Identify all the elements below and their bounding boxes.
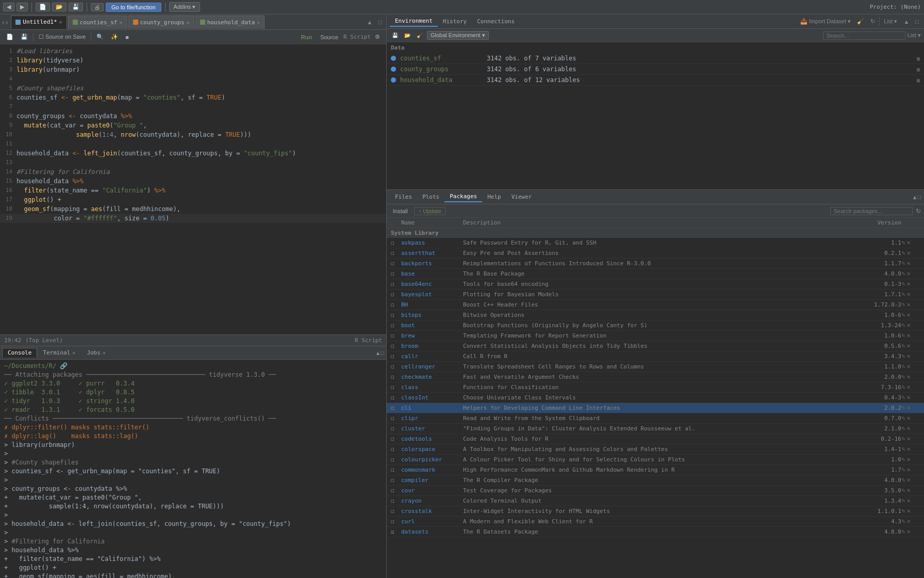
pkg-delete-compiler[interactable]: ✕	[906, 477, 911, 483]
tab-county-groups[interactable]: county_groups ✕	[128, 15, 194, 29]
plots-tab[interactable]: Plots	[417, 192, 444, 202]
pkg-delete-covr[interactable]: ✕	[906, 488, 911, 493]
data-row-counties-sf[interactable]: counties_sf 3142 obs. of 7 variables ▦	[387, 53, 924, 64]
history-tab[interactable]: History	[438, 17, 472, 26]
env-list-toggle[interactable]: List ▾	[908, 32, 921, 39]
new-file-btn[interactable]: 📄	[36, 3, 50, 11]
pkg-edit-cli[interactable]: ✎	[901, 405, 905, 411]
pkg-check-cli[interactable]: ☐	[391, 405, 401, 411]
pkg-name-colourpicker[interactable]: colourpicker	[401, 456, 463, 463]
pkg-row-base64enc[interactable]: ☐ base64enc Tools for base64 encoding 0.…	[387, 279, 924, 290]
magic-btn[interactable]: ✨	[109, 33, 120, 41]
pkg-row-brew[interactable]: ☐ brew Templating Framework for Report G…	[387, 331, 924, 341]
pkg-panel-maximize[interactable]: □	[917, 194, 921, 200]
pkg-edit-askpass[interactable]: ✎	[901, 240, 905, 246]
pkg-name-covr[interactable]: covr	[401, 487, 463, 494]
pkg-name-base[interactable]: base	[401, 270, 463, 277]
code-editor[interactable]: 1 #Load libraries 2 library(tidyverse) 3…	[0, 44, 386, 334]
pkg-row-datasets[interactable]: ☑ datasets The R Datasets Package 4.0.0 …	[387, 527, 924, 537]
pkg-panel-minimize[interactable]: ▲	[912, 194, 917, 200]
pkg-check-commonmark[interactable]: ☐	[391, 467, 401, 473]
pkg-name-boot[interactable]: boot	[401, 322, 463, 329]
new-script-btn[interactable]: 📄	[4, 33, 15, 41]
pkg-check-broom[interactable]: ☐	[391, 343, 401, 349]
pkg-delete-base[interactable]: ✕	[906, 271, 911, 277]
pkg-name-class[interactable]: class	[401, 384, 463, 391]
source-button[interactable]: Source	[317, 33, 341, 41]
pkg-edit-bh[interactable]: ✎	[901, 302, 905, 308]
pkg-row-crayon[interactable]: ☐ crayon Colored Terminal Output 1.3.4 ✎…	[387, 496, 924, 506]
right-minimize-btn[interactable]: ▲	[901, 18, 911, 26]
pkg-check-covr[interactable]: ☐	[391, 487, 401, 494]
pkg-row-codetools[interactable]: ☐ codetools Code Analysis Tools for R 0.…	[387, 434, 924, 444]
jobs-close-icon[interactable]: ✕	[103, 350, 106, 356]
tab-close-counties[interactable]: ✕	[119, 20, 122, 25]
pkg-delete-cellranger[interactable]: ✕	[906, 364, 911, 370]
pkg-delete-backports[interactable]: ✕	[906, 261, 911, 266]
data-row-county-groups[interactable]: county_groups 3142 obs. of 6 variables ▦	[387, 64, 924, 75]
pkg-name-assertthat[interactable]: assertthat	[401, 250, 463, 256]
pkg-name-bitops[interactable]: bitops	[401, 312, 463, 318]
pkg-edit-brew[interactable]: ✎	[901, 333, 905, 339]
pkg-delete-colourpicker[interactable]: ✕	[906, 457, 911, 462]
import-dataset-btn[interactable]: 📥 Import Dataset ▾	[798, 17, 853, 26]
packages-tab[interactable]: Packages	[444, 191, 482, 202]
pkg-edit-colourpicker[interactable]: ✎	[901, 457, 905, 462]
pkg-edit-backports[interactable]: ✎	[901, 261, 905, 266]
pkg-name-crayon[interactable]: crayon	[401, 497, 463, 504]
pkg-name-broom[interactable]: broom	[401, 343, 463, 349]
pkg-row-clipr[interactable]: ☐ clipr Read and Write from the System C…	[387, 413, 924, 424]
pkg-refresh-btn[interactable]: ↻	[916, 207, 921, 215]
pkg-row-classint[interactable]: ☐ classInt Choose Univariate Class Inter…	[387, 393, 924, 403]
pkg-check-clipr[interactable]: ☐	[391, 415, 401, 422]
env-save-btn[interactable]: 💾	[390, 32, 400, 39]
pkg-delete-datasets[interactable]: ✕	[906, 529, 911, 535]
pkg-delete-commonmark[interactable]: ✕	[906, 467, 911, 473]
addins-btn[interactable]: Addins ▾	[169, 2, 201, 12]
global-env-btn[interactable]: Global Environment ▾	[427, 31, 489, 40]
pkg-name-backports[interactable]: backports	[401, 260, 463, 267]
pkg-edit-colorspace[interactable]: ✎	[901, 446, 905, 452]
pkg-edit-covr[interactable]: ✎	[901, 488, 905, 493]
pkg-name-classint[interactable]: classInt	[401, 394, 463, 401]
pkg-check-curl[interactable]: ☐	[391, 518, 401, 525]
pkg-name-callr[interactable]: callr	[401, 353, 463, 360]
pkg-check-checkmate[interactable]: ☐	[391, 374, 401, 380]
pkg-check-crosstalk[interactable]: ☐	[391, 508, 401, 515]
print-btn[interactable]: 🖨	[91, 3, 104, 11]
pkg-edit-broom[interactable]: ✎	[901, 343, 905, 349]
pkg-delete-checkmate[interactable]: ✕	[906, 374, 911, 380]
pkg-edit-bayesplot[interactable]: ✎	[901, 292, 905, 297]
source-on-save-checkbox[interactable]: ☐ Source on Save	[37, 33, 88, 41]
tab-untitled1[interactable]: Untitled1* ✕	[11, 15, 67, 29]
pkg-row-compiler[interactable]: ☐ compiler The R Compiler Package 4.0.0 …	[387, 475, 924, 486]
pkg-row-covr[interactable]: ☐ covr Test Coverage for Packages 3.5.0 …	[387, 486, 924, 496]
tab-household-data[interactable]: household_data ✕	[195, 15, 265, 29]
pkg-edit-class[interactable]: ✎	[901, 384, 905, 390]
pkg-delete-classint[interactable]: ✕	[906, 395, 911, 400]
pkg-name-checkmate[interactable]: checkmate	[401, 374, 463, 380]
pkg-row-boot[interactable]: ☐ boot Bootstrap Functions (Originally b…	[387, 320, 924, 331]
pkg-check-backports[interactable]: ☐	[391, 260, 401, 267]
pkg-delete-cli[interactable]: ✕	[906, 405, 911, 411]
list-view-btn[interactable]: List ▾	[882, 17, 899, 26]
pkg-delete-clipr[interactable]: ✕	[906, 415, 911, 421]
pkg-delete-assertthat[interactable]: ✕	[906, 250, 911, 256]
env-refresh-btn[interactable]: ↻	[868, 17, 877, 26]
pkg-edit-bitops[interactable]: ✎	[901, 312, 905, 318]
pkg-row-askpass[interactable]: ☐ askpass Safe Password Entry for R, Git…	[387, 238, 924, 248]
pkg-check-boot[interactable]: ☐	[391, 322, 401, 329]
pkg-row-backports[interactable]: ☐ backports Reimplementations of Functio…	[387, 259, 924, 269]
pkg-check-compiler[interactable]: ☐	[391, 477, 401, 484]
pkg-delete-bitops[interactable]: ✕	[906, 312, 911, 318]
pkg-row-base[interactable]: ☐ base The R Base Package 4.0.0 ✎ ✕	[387, 269, 924, 279]
console-tab[interactable]: Console	[2, 348, 37, 358]
data-grid-counties[interactable]: ▦	[917, 56, 920, 61]
right-maximize-btn[interactable]: □	[913, 18, 921, 26]
pkg-row-cellranger[interactable]: ☐ cellranger Translate Spreadsheet Cell …	[387, 362, 924, 372]
files-tab[interactable]: Files	[390, 192, 417, 202]
pkg-delete-cluster[interactable]: ✕	[906, 426, 911, 431]
stop-btn[interactable]: ■	[123, 33, 131, 41]
data-grid-groups[interactable]: ▦	[917, 67, 920, 72]
pkg-check-codetools[interactable]: ☐	[391, 436, 401, 442]
